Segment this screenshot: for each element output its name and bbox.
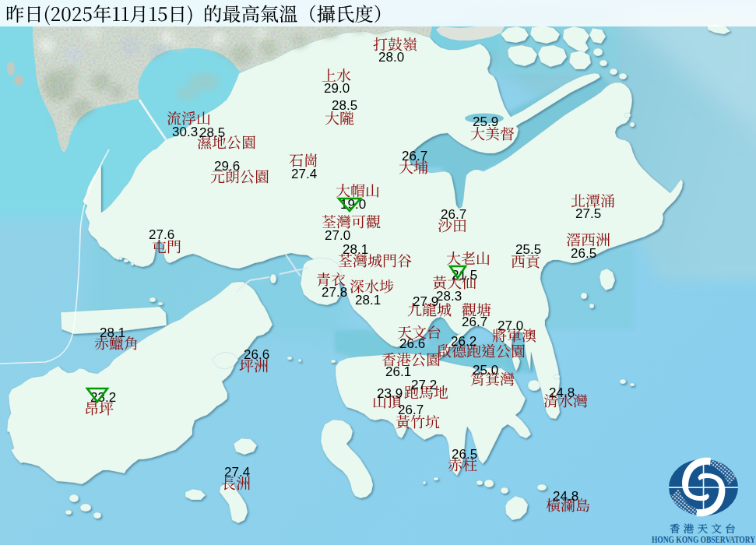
svg-text:24.8: 24.8 (553, 489, 578, 504)
svg-text:29.6: 29.6 (214, 159, 240, 174)
svg-text:24.8: 24.8 (549, 385, 575, 400)
svg-text:26.1: 26.1 (385, 364, 411, 379)
svg-text:27.0: 27.0 (325, 228, 350, 243)
svg-text:26.2: 26.2 (451, 334, 476, 349)
svg-text:28.5: 28.5 (199, 125, 225, 140)
svg-text:26.5: 26.5 (571, 246, 596, 261)
svg-text:27.9: 27.9 (413, 294, 438, 309)
svg-text:26.6: 26.6 (244, 347, 269, 362)
svg-text:28.0: 28.0 (378, 50, 404, 65)
svg-text:27.4: 27.4 (291, 167, 317, 181)
svg-text:28.5: 28.5 (332, 98, 357, 113)
svg-text:28.1: 28.1 (355, 293, 381, 308)
svg-text:28.1: 28.1 (100, 325, 125, 340)
svg-text:26.7: 26.7 (398, 403, 424, 417)
svg-text:26.7: 26.7 (462, 315, 487, 329)
svg-text:29.0: 29.0 (324, 81, 350, 96)
svg-text:28.1: 28.1 (343, 242, 368, 257)
svg-text:27.0: 27.0 (498, 318, 523, 333)
svg-text:25.0: 25.0 (473, 363, 498, 378)
svg-text:26.6: 26.6 (399, 336, 425, 351)
svg-text:25.9: 25.9 (473, 114, 498, 129)
svg-text:23.9: 23.9 (377, 386, 403, 401)
svg-text:26.7: 26.7 (402, 149, 427, 164)
svg-text:26.5: 26.5 (452, 447, 477, 462)
svg-text:30.3: 30.3 (172, 125, 198, 139)
svg-text:HONG KONG OBSERVATORY: HONG KONG OBSERVATORY (652, 534, 755, 545)
svg-text:26.7: 26.7 (441, 207, 466, 222)
svg-text:27.4: 27.4 (224, 465, 250, 480)
svg-text:27.2: 27.2 (411, 378, 437, 392)
svg-text:25.5: 25.5 (515, 242, 541, 257)
svg-text:27.8: 27.8 (322, 285, 347, 300)
svg-text:27.5: 27.5 (575, 206, 601, 221)
svg-text:28.3: 28.3 (436, 289, 462, 304)
svg-text:27.6: 27.6 (149, 227, 174, 242)
